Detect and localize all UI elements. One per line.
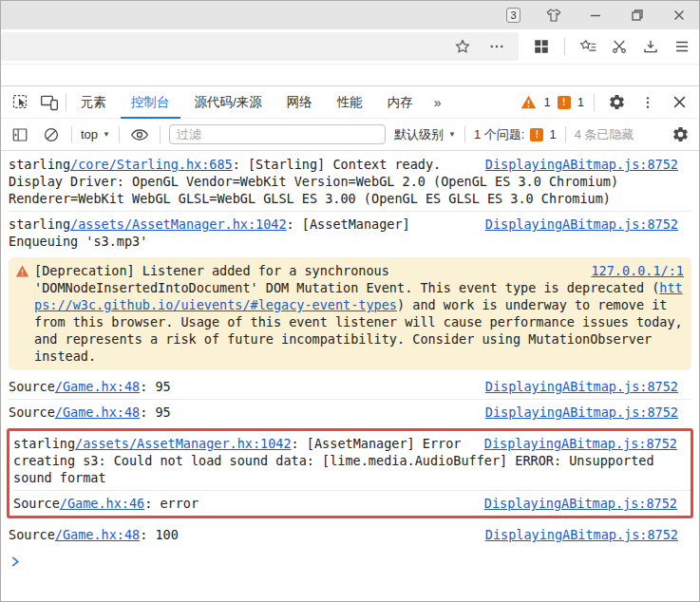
console-toolbar-separator	[464, 126, 465, 143]
console-message: DisplayingABitmap.js:8752starling/core/S…	[9, 152, 691, 211]
tab-console[interactable]: 控制台	[121, 86, 180, 119]
message-prefix: starling	[9, 216, 70, 232]
chevron-down-icon: ▼	[448, 130, 456, 139]
chevron-down-icon: ▼	[103, 130, 110, 139]
console-message: DisplayingABitmap.js:8752Source/Game.hx:…	[9, 399, 691, 424]
tab-network[interactable]: 网络	[276, 86, 323, 119]
console-toolbar-separator	[565, 126, 566, 143]
prompt-chevron-icon	[10, 555, 20, 571]
console-toolbar: top ▼ 默认级别 ▼ 1 个问题: ! 1 4 条已隐藏	[1, 119, 699, 151]
browser-window: 3	[0, 0, 700, 602]
issues-counter[interactable]: 1 个问题: ! 1	[474, 126, 557, 143]
tabbar-status-cluster: 1 ! 1	[520, 90, 691, 115]
console-prompt[interactable]	[9, 547, 691, 579]
inspect-icon[interactable]	[9, 90, 33, 115]
console-message: DisplayingABitmap.js:8752starling/assets…	[13, 431, 691, 490]
message-body: : 100	[140, 527, 179, 542]
console-messages: DisplayingABitmap.js:8752starling/core/S…	[1, 151, 699, 601]
close-devtools-icon[interactable]	[667, 90, 691, 115]
titlebar: 3	[1, 1, 699, 29]
message-prefix: starling	[13, 436, 75, 451]
source-location-link[interactable]: 127.0.0.1/:1	[591, 262, 684, 279]
message-file-link[interactable]: /Game.hx:48	[55, 527, 140, 542]
tabbar-separator	[66, 94, 66, 111]
more-actions-icon[interactable]	[488, 38, 505, 55]
context-selector-value: top	[81, 127, 98, 141]
issues-icon[interactable]: !	[558, 96, 571, 109]
warning-icon	[15, 264, 29, 281]
issues-label: 1 个问题:	[474, 126, 524, 143]
tab-memory[interactable]: 内存	[377, 86, 424, 119]
restore-button[interactable]	[629, 7, 646, 24]
message-file-link[interactable]: /Game.hx:46	[60, 496, 144, 511]
tab-elements[interactable]: 元素	[70, 86, 117, 119]
message-file-link[interactable]: /assets/AssetManager.hx:1042	[75, 436, 292, 451]
error-highlight-box: DisplayingABitmap.js:8752starling/assets…	[7, 428, 693, 518]
message-body: : error	[144, 496, 199, 511]
console-settings-gear-icon[interactable]	[669, 123, 691, 146]
filter-input[interactable]	[169, 124, 386, 144]
source-location-link[interactable]: DisplayingABitmap.js:8752	[484, 495, 677, 512]
console-toolbar-separator	[71, 126, 72, 143]
address-bar[interactable]	[1, 32, 519, 61]
browser-toolbar	[1, 29, 699, 65]
settings-gear-icon[interactable]	[604, 90, 629, 115]
tabbar-separator	[594, 94, 595, 111]
favorites-list-icon[interactable]	[579, 38, 596, 55]
apps-grid-icon[interactable]	[533, 38, 550, 55]
message-prefix: Source	[13, 496, 60, 511]
warning-icon[interactable]	[520, 90, 538, 115]
close-button[interactable]	[671, 7, 688, 24]
message-prefix: Source	[9, 379, 55, 394]
source-location-link[interactable]: DisplayingABitmap.js:8752	[485, 526, 678, 543]
source-location-link[interactable]: DisplayingABitmap.js:8752	[485, 404, 678, 421]
tab-count-badge[interactable]: 3	[506, 8, 520, 23]
eye-icon[interactable]	[128, 123, 151, 146]
console-message: DisplayingABitmap.js:8752Source/Game.hx:…	[9, 374, 691, 399]
deprecation-warning: 127.0.0.1/:1[Deprecation] Listener added…	[9, 257, 691, 370]
log-level-value: 默认级别	[394, 126, 444, 143]
console-toolbar-separator	[160, 126, 161, 143]
message-prefix: starling	[9, 157, 70, 172]
toolbar-separator	[564, 38, 565, 55]
source-location-link[interactable]: DisplayingABitmap.js:8752	[484, 435, 677, 452]
message-body: : 95	[140, 379, 171, 394]
console-message: DisplayingABitmap.js:8752Source/Game.hx:…	[9, 522, 691, 547]
source-location-link[interactable]: DisplayingABitmap.js:8752	[485, 378, 678, 395]
menu-icon[interactable]	[673, 38, 691, 55]
source-location-link[interactable]: DisplayingABitmap.js:8752	[485, 156, 678, 173]
tab-sources[interactable]: 源代码/来源	[184, 86, 273, 119]
issues-count: 1	[549, 127, 556, 141]
skin-icon[interactable]	[545, 7, 562, 24]
context-selector[interactable]: top ▼	[81, 127, 110, 141]
more-tabs-icon[interactable]: »	[427, 95, 448, 110]
console-sidebar-icon[interactable]	[9, 123, 31, 146]
device-toolbar-icon[interactable]	[37, 90, 62, 115]
devtools-tabbar: 元素 控制台 源代码/来源 网络 性能 内存 » 1 ! 1	[1, 86, 699, 119]
console-toolbar-separator	[119, 126, 120, 143]
kebab-menu-icon[interactable]	[635, 90, 660, 115]
console-message: DisplayingABitmap.js:8752Source/Game.hx:…	[13, 490, 691, 516]
message-file-link[interactable]: /core/Starling.hx:685	[70, 157, 233, 172]
bookmark-star-icon[interactable]	[454, 38, 471, 55]
page-background-gap	[1, 65, 699, 85]
message-file-link[interactable]: /Game.hx:48	[55, 404, 140, 420]
warning-text: [Deprecation] Listener added for a synch…	[34, 263, 659, 295]
hidden-messages-label: 4 条已隐藏	[575, 126, 634, 143]
clear-console-icon[interactable]	[40, 123, 63, 146]
source-location-link[interactable]: DisplayingABitmap.js:8752	[485, 216, 678, 233]
message-prefix: Source	[9, 527, 55, 542]
tab-performance[interactable]: 性能	[327, 86, 373, 119]
issue-count: 1	[577, 95, 584, 109]
minimize-button[interactable]	[587, 7, 604, 24]
message-file-link[interactable]: /Game.hx:48	[55, 379, 140, 394]
warning-count: 1	[544, 95, 551, 109]
download-icon[interactable]	[642, 38, 659, 55]
log-level-selector[interactable]: 默认级别 ▼	[394, 126, 456, 143]
message-body: : 95	[140, 404, 171, 420]
console-message: DisplayingABitmap.js:8752starling/assets…	[9, 211, 691, 254]
message-file-link[interactable]: /assets/AssetManager.hx:1042	[70, 216, 287, 232]
devtools-panel: 元素 控制台 源代码/来源 网络 性能 内存 » 1 ! 1	[1, 85, 699, 601]
scissors-icon[interactable]	[611, 38, 628, 55]
issues-icon: !	[530, 128, 543, 141]
